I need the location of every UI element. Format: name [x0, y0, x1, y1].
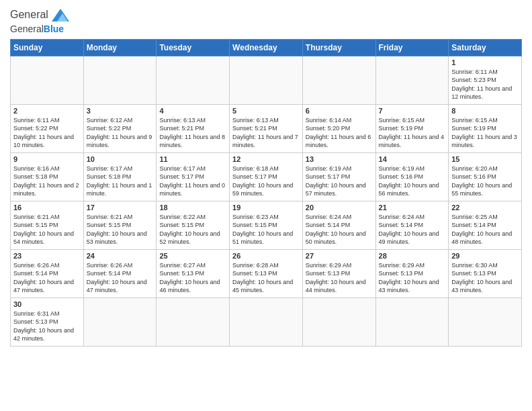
- day-number: 6: [306, 107, 373, 115]
- day-info: Sunrise: 6:26 AM Sunset: 5:14 PM Dayligh…: [13, 261, 81, 295]
- logo-triangle-icon: [50, 7, 71, 23]
- calendar-table: SundayMondayTuesdayWednesdayThursdayFrid…: [10, 39, 522, 347]
- day-number: 13: [306, 155, 373, 163]
- day-cell: 20Sunrise: 6:24 AM Sunset: 5:14 PM Dayli…: [302, 201, 375, 249]
- day-cell: 29Sunrise: 6:30 AM Sunset: 5:13 PM Dayli…: [449, 249, 522, 298]
- day-number: 19: [232, 203, 300, 212]
- day-number: 14: [379, 155, 446, 163]
- day-info: Sunrise: 6:24 AM Sunset: 5:14 PM Dayligh…: [306, 213, 373, 246]
- weekday-sunday: Sunday: [11, 39, 84, 56]
- day-cell: 9Sunrise: 6:16 AM Sunset: 5:18 PM Daylig…: [11, 152, 84, 201]
- day-info: Sunrise: 6:12 AM Sunset: 5:22 PM Dayligh…: [87, 116, 154, 150]
- day-number: 3: [87, 107, 154, 115]
- day-cell: 24Sunrise: 6:26 AM Sunset: 5:14 PM Dayli…: [83, 249, 157, 298]
- day-info: Sunrise: 6:14 AM Sunset: 5:20 PM Dayligh…: [306, 116, 373, 150]
- day-info: Sunrise: 6:17 AM Sunset: 5:17 PM Dayligh…: [159, 165, 226, 198]
- day-number: 23: [13, 252, 81, 260]
- day-cell: 15Sunrise: 6:20 AM Sunset: 5:16 PM Dayli…: [449, 152, 522, 201]
- weekday-tuesday: Tuesday: [157, 39, 230, 56]
- day-info: Sunrise: 6:21 AM Sunset: 5:15 PM Dayligh…: [87, 213, 154, 246]
- day-info: Sunrise: 6:24 AM Sunset: 5:14 PM Dayligh…: [379, 213, 446, 246]
- day-info: Sunrise: 6:13 AM Sunset: 5:21 PM Dayligh…: [159, 116, 226, 150]
- day-cell: 25Sunrise: 6:27 AM Sunset: 5:13 PM Dayli…: [157, 249, 230, 298]
- day-number: 30: [13, 300, 81, 308]
- day-number: 29: [451, 252, 519, 260]
- week-row-4: 16Sunrise: 6:21 AM Sunset: 5:15 PM Dayli…: [11, 201, 522, 249]
- day-cell: 4Sunrise: 6:13 AM Sunset: 5:21 PM Daylig…: [157, 104, 230, 152]
- day-number: 10: [87, 155, 154, 163]
- week-row-6: 30Sunrise: 6:31 AM Sunset: 5:13 PM Dayli…: [11, 298, 522, 346]
- day-cell: 10Sunrise: 6:17 AM Sunset: 5:18 PM Dayli…: [83, 152, 157, 201]
- day-info: Sunrise: 6:20 AM Sunset: 5:16 PM Dayligh…: [451, 165, 519, 198]
- week-row-5: 23Sunrise: 6:26 AM Sunset: 5:14 PM Dayli…: [11, 249, 522, 298]
- day-cell: [230, 298, 303, 346]
- day-number: 26: [232, 252, 300, 260]
- day-cell: 19Sunrise: 6:23 AM Sunset: 5:15 PM Dayli…: [230, 201, 303, 249]
- day-cell: [302, 298, 375, 346]
- day-info: Sunrise: 6:16 AM Sunset: 5:18 PM Dayligh…: [13, 165, 81, 198]
- day-info: Sunrise: 6:13 AM Sunset: 5:21 PM Dayligh…: [232, 116, 300, 150]
- day-cell: 1Sunrise: 6:11 AM Sunset: 5:23 PM Daylig…: [449, 56, 522, 104]
- day-cell: [157, 298, 230, 346]
- day-info: Sunrise: 6:28 AM Sunset: 5:13 PM Dayligh…: [232, 261, 300, 295]
- day-info: Sunrise: 6:11 AM Sunset: 5:23 PM Dayligh…: [451, 68, 519, 101]
- day-cell: 8Sunrise: 6:15 AM Sunset: 5:19 PM Daylig…: [449, 104, 522, 152]
- day-cell: 28Sunrise: 6:29 AM Sunset: 5:13 PM Dayli…: [375, 249, 449, 298]
- day-cell: 5Sunrise: 6:13 AM Sunset: 5:21 PM Daylig…: [230, 104, 303, 152]
- day-cell: 27Sunrise: 6:29 AM Sunset: 5:13 PM Dayli…: [302, 249, 375, 298]
- weekday-monday: Monday: [83, 39, 157, 56]
- day-info: Sunrise: 6:30 AM Sunset: 5:13 PM Dayligh…: [451, 261, 519, 295]
- day-info: Sunrise: 6:31 AM Sunset: 5:13 PM Dayligh…: [13, 310, 81, 343]
- day-number: 2: [13, 107, 81, 115]
- day-number: 9: [13, 155, 81, 163]
- day-number: 24: [87, 252, 154, 260]
- weekday-friday: Friday: [375, 39, 449, 56]
- day-info: Sunrise: 6:19 AM Sunset: 5:16 PM Dayligh…: [379, 165, 446, 198]
- day-info: Sunrise: 6:15 AM Sunset: 5:19 PM Dayligh…: [379, 116, 446, 150]
- weekday-saturday: Saturday: [449, 39, 522, 56]
- day-cell: [302, 56, 375, 104]
- day-info: Sunrise: 6:23 AM Sunset: 5:15 PM Dayligh…: [232, 213, 300, 246]
- day-info: Sunrise: 6:29 AM Sunset: 5:13 PM Dayligh…: [306, 261, 373, 295]
- day-cell: [449, 298, 522, 346]
- day-cell: 18Sunrise: 6:22 AM Sunset: 5:15 PM Dayli…: [157, 201, 230, 249]
- day-info: Sunrise: 6:15 AM Sunset: 5:19 PM Dayligh…: [451, 116, 519, 150]
- weekday-thursday: Thursday: [302, 39, 375, 56]
- day-cell: [375, 56, 449, 104]
- logo: General GeneralBlue: [10, 7, 71, 35]
- day-cell: 16Sunrise: 6:21 AM Sunset: 5:15 PM Dayli…: [11, 201, 84, 249]
- day-cell: 11Sunrise: 6:17 AM Sunset: 5:17 PM Dayli…: [157, 152, 230, 201]
- header: General GeneralBlue: [10, 7, 522, 35]
- weekday-wednesday: Wednesday: [230, 39, 303, 56]
- day-number: 28: [379, 252, 446, 260]
- day-number: 1: [451, 58, 519, 66]
- logo-container: General GeneralBlue: [10, 7, 71, 35]
- day-info: Sunrise: 6:17 AM Sunset: 5:18 PM Dayligh…: [87, 165, 154, 198]
- day-number: 20: [306, 203, 373, 212]
- day-info: Sunrise: 6:19 AM Sunset: 5:17 PM Dayligh…: [306, 165, 373, 198]
- day-number: 16: [13, 203, 81, 212]
- day-number: 12: [232, 155, 300, 163]
- weekday-header-row: SundayMondayTuesdayWednesdayThursdayFrid…: [11, 39, 522, 56]
- day-info: Sunrise: 6:22 AM Sunset: 5:15 PM Dayligh…: [159, 213, 226, 246]
- week-row-2: 2Sunrise: 6:11 AM Sunset: 5:22 PM Daylig…: [11, 104, 522, 152]
- day-number: 4: [159, 107, 226, 115]
- day-cell: [375, 298, 449, 346]
- day-cell: 14Sunrise: 6:19 AM Sunset: 5:16 PM Dayli…: [375, 152, 449, 201]
- day-cell: 22Sunrise: 6:25 AM Sunset: 5:14 PM Dayli…: [449, 201, 522, 249]
- day-number: 25: [159, 252, 226, 260]
- day-info: Sunrise: 6:29 AM Sunset: 5:13 PM Dayligh…: [379, 261, 446, 295]
- day-cell: 7Sunrise: 6:15 AM Sunset: 5:19 PM Daylig…: [375, 104, 449, 152]
- day-cell: 21Sunrise: 6:24 AM Sunset: 5:14 PM Dayli…: [375, 201, 449, 249]
- day-number: 5: [232, 107, 300, 115]
- day-cell: 17Sunrise: 6:21 AM Sunset: 5:15 PM Dayli…: [83, 201, 157, 249]
- day-number: 8: [451, 107, 519, 115]
- page: General GeneralBlue SundayMondayTuesdayW…: [0, 0, 532, 411]
- day-info: Sunrise: 6:27 AM Sunset: 5:13 PM Dayligh…: [159, 261, 226, 295]
- day-number: 27: [306, 252, 373, 260]
- day-cell: 30Sunrise: 6:31 AM Sunset: 5:13 PM Dayli…: [11, 298, 84, 346]
- day-cell: 2Sunrise: 6:11 AM Sunset: 5:22 PM Daylig…: [11, 104, 84, 152]
- day-cell: 6Sunrise: 6:14 AM Sunset: 5:20 PM Daylig…: [302, 104, 375, 152]
- day-cell: [11, 56, 84, 104]
- week-row-1: 1Sunrise: 6:11 AM Sunset: 5:23 PM Daylig…: [11, 56, 522, 104]
